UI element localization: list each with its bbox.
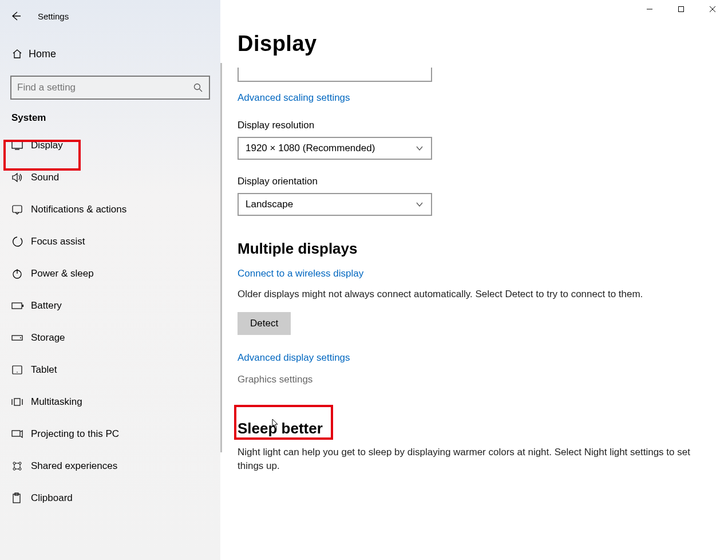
svg-rect-19	[14, 399, 20, 405]
sidebar-item-storage[interactable]: Storage	[0, 322, 220, 354]
back-button[interactable]	[10, 11, 22, 21]
sidebar-item-label: Power & sleep	[31, 268, 94, 279]
window-title: Settings	[38, 11, 69, 21]
sidebar-item-label: Notifications & actions	[31, 204, 126, 215]
focus-assist-icon	[11, 236, 31, 247]
advanced-display-link[interactable]: Advanced display settings	[238, 352, 350, 364]
clipboard-icon	[11, 492, 31, 504]
home-icon	[11, 48, 29, 60]
older-displays-text: Older displays might not always connect …	[238, 287, 695, 302]
sidebar-item-display[interactable]: Display	[0, 129, 220, 161]
svg-rect-6	[12, 141, 22, 148]
sleep-better-text: Night light can help you get to sleep by…	[238, 445, 695, 474]
scaling-dropdown[interactable]: 125% (Recommended)	[238, 68, 432, 82]
multiple-displays-heading: Multiple displays	[238, 240, 711, 258]
sidebar-item-tablet[interactable]: Tablet	[0, 354, 220, 386]
svg-point-4	[195, 84, 200, 90]
power-icon	[11, 268, 31, 279]
svg-rect-20	[12, 431, 20, 436]
sidebar-item-sound[interactable]: Sound	[0, 161, 220, 194]
sidebar-item-power-sleep[interactable]: Power & sleep	[0, 258, 220, 290]
svg-rect-12	[22, 305, 23, 307]
search-icon	[193, 82, 203, 93]
sidebar-item-label: Storage	[31, 332, 65, 344]
resolution-label: Display resolution	[238, 120, 711, 131]
sidebar-item-shared-experiences[interactable]: Shared experiences	[0, 450, 220, 482]
svg-line-5	[200, 89, 203, 92]
chevron-down-icon	[415, 200, 424, 209]
sidebar-item-label: Clipboard	[31, 492, 73, 504]
storage-icon	[11, 334, 31, 342]
svg-point-14	[20, 337, 21, 338]
page-title: Display	[238, 31, 711, 56]
sleep-better-heading: Sleep better	[238, 420, 711, 437]
connect-wireless-link[interactable]: Connect to a wireless display	[238, 268, 363, 279]
svg-point-23	[13, 468, 15, 470]
svg-point-22	[19, 462, 21, 464]
search-input[interactable]	[17, 82, 193, 93]
svg-point-24	[19, 468, 21, 470]
sidebar-item-label: Shared experiences	[31, 460, 117, 472]
sidebar-item-multitasking[interactable]: Multitasking	[0, 386, 220, 418]
svg-rect-11	[12, 303, 22, 309]
sidebar-item-label: Display	[31, 140, 63, 151]
svg-rect-15	[13, 366, 22, 374]
main-content: Display 125% (Recommended) Advanced scal…	[220, 0, 728, 560]
svg-point-16	[17, 372, 18, 373]
sidebar-item-label: Sound	[31, 172, 59, 183]
orientation-label: Display orientation	[238, 176, 711, 187]
svg-rect-8	[13, 206, 22, 212]
sidebar-item-label: Projecting to this PC	[31, 428, 119, 440]
resolution-value: 1920 × 1080 (Recommended)	[246, 143, 375, 154]
sidebar-item-focus-assist[interactable]: Focus assist	[0, 226, 220, 258]
sidebar-item-label: Focus assist	[31, 236, 85, 247]
sidebar-home-label: Home	[29, 48, 56, 60]
projecting-icon	[11, 429, 31, 439]
detect-button[interactable]: Detect	[238, 312, 291, 335]
sidebar-item-notifications[interactable]: Notifications & actions	[0, 194, 220, 226]
sidebar-item-clipboard[interactable]: Clipboard	[0, 482, 220, 514]
display-icon	[11, 141, 31, 150]
sidebar: Settings Home System Display Sound Notif…	[0, 0, 220, 560]
orientation-value: Landscape	[246, 199, 293, 210]
resolution-dropdown[interactable]: 1920 × 1080 (Recommended)	[238, 137, 432, 160]
cursor-pointer-icon	[269, 418, 279, 432]
sidebar-item-label: Tablet	[31, 364, 57, 376]
sidebar-home[interactable]: Home	[0, 38, 220, 70]
notifications-icon	[11, 204, 31, 215]
sidebar-section-label: System	[0, 100, 220, 129]
sidebar-item-battery[interactable]: Battery	[0, 290, 220, 322]
battery-icon	[11, 302, 31, 310]
sidebar-item-label: Multitasking	[31, 396, 82, 408]
sidebar-item-projecting[interactable]: Projecting to this PC	[0, 418, 220, 450]
svg-point-21	[13, 462, 15, 464]
titlebar: Settings	[0, 5, 220, 27]
orientation-dropdown[interactable]: Landscape	[238, 193, 432, 216]
chevron-down-icon	[415, 144, 424, 153]
sound-icon	[11, 172, 31, 183]
sidebar-item-label: Battery	[31, 300, 62, 311]
tablet-icon	[11, 365, 31, 374]
search-box[interactable]	[10, 76, 210, 100]
advanced-scaling-link[interactable]: Advanced scaling settings	[238, 92, 350, 104]
multitasking-icon	[11, 397, 31, 407]
shared-icon	[11, 460, 31, 472]
graphics-settings-link[interactable]: Graphics settings	[238, 374, 312, 385]
